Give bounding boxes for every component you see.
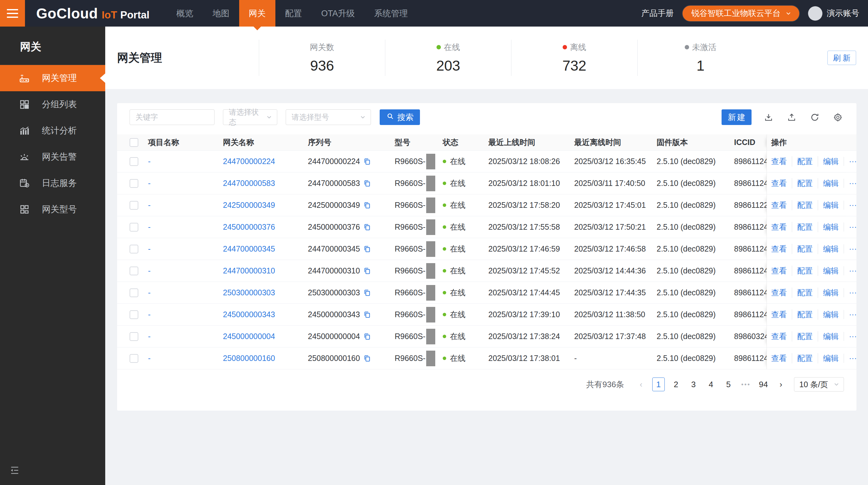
gateway-name-link[interactable]: 242500000349	[223, 201, 275, 210]
import-icon[interactable]	[762, 111, 775, 123]
gateway-name-link[interactable]: 250800000160	[223, 354, 275, 363]
view-action[interactable]: 查看	[771, 287, 787, 298]
config-action[interactable]: 配置	[792, 331, 813, 342]
view-action[interactable]: 查看	[771, 178, 787, 189]
config-action[interactable]: 配置	[792, 244, 813, 254]
row-checkbox[interactable]	[130, 332, 138, 341]
copy-icon[interactable]	[363, 245, 371, 253]
copy-icon[interactable]	[363, 201, 371, 209]
row-checkbox[interactable]	[130, 157, 138, 166]
gateway-name-link[interactable]: 244700000345	[223, 245, 275, 253]
sidebar-item-分组列表[interactable]: 分组列表	[0, 91, 105, 117]
top-nav-item-系统管理[interactable]: 系统管理	[364, 0, 417, 27]
copy-icon[interactable]	[363, 333, 371, 341]
more-actions-icon[interactable]: ···	[844, 332, 857, 341]
gear-icon[interactable]	[832, 111, 844, 123]
page-button-4[interactable]: 4	[705, 377, 717, 391]
gateway-name-link[interactable]: 245000000004	[223, 332, 275, 341]
view-action[interactable]: 查看	[771, 266, 787, 276]
top-nav-item-OTA升级[interactable]: OTA升级	[312, 0, 365, 27]
edit-action[interactable]: 编辑	[818, 222, 839, 232]
row-checkbox[interactable]	[130, 266, 138, 275]
copy-icon[interactable]	[363, 158, 371, 166]
sidebar-item-网关管理[interactable]: 网关管理	[0, 65, 105, 91]
edit-action[interactable]: 编辑	[818, 178, 839, 189]
view-action[interactable]: 查看	[771, 353, 787, 364]
top-nav-item-配置[interactable]: 配置	[275, 0, 312, 27]
view-action[interactable]: 查看	[771, 156, 787, 167]
top-nav-item-概览[interactable]: 概览	[167, 0, 203, 27]
gateway-name-link[interactable]: 245000000343	[223, 310, 275, 319]
more-actions-icon[interactable]: ···	[844, 223, 857, 232]
more-actions-icon[interactable]: ···	[844, 288, 857, 297]
more-actions-icon[interactable]: ···	[844, 266, 857, 275]
gateway-name-link[interactable]: 250300000303	[223, 288, 275, 297]
sidebar-item-网关型号[interactable]: 网关型号	[0, 196, 105, 223]
config-action[interactable]: 配置	[792, 266, 813, 276]
page-button-1[interactable]: 1	[652, 377, 665, 391]
row-checkbox[interactable]	[130, 179, 138, 188]
more-actions-icon[interactable]: ···	[844, 201, 857, 210]
select-all-checkbox[interactable]	[130, 138, 138, 147]
gateway-name-link[interactable]: 244700000224	[223, 157, 275, 166]
edit-action[interactable]: 编辑	[818, 156, 839, 167]
row-checkbox[interactable]	[130, 354, 138, 363]
view-action[interactable]: 查看	[771, 244, 787, 254]
model-select[interactable]: 请选择型号	[286, 109, 371, 125]
hamburger-menu-icon[interactable]	[0, 0, 25, 27]
view-action[interactable]: 查看	[771, 200, 787, 210]
status-select[interactable]: 请选择状态	[223, 109, 277, 125]
row-checkbox[interactable]	[130, 201, 138, 210]
config-action[interactable]: 配置	[792, 222, 813, 232]
page-button-94[interactable]: 94	[757, 377, 770, 391]
copy-icon[interactable]	[363, 354, 371, 363]
config-action[interactable]: 配置	[792, 353, 813, 364]
copy-icon[interactable]	[363, 311, 371, 319]
gateway-name-link[interactable]: 245000000376	[223, 223, 275, 232]
collapse-sidebar-icon[interactable]	[9, 465, 22, 478]
more-actions-icon[interactable]: ···	[844, 245, 857, 253]
copy-icon[interactable]	[363, 289, 371, 297]
sidebar-item-网关告警[interactable]: 网关告警	[0, 144, 105, 170]
config-action[interactable]: 配置	[792, 287, 813, 298]
row-checkbox[interactable]	[130, 310, 138, 319]
page-button-3[interactable]: 3	[687, 377, 700, 391]
keyword-input[interactable]	[130, 109, 215, 125]
row-checkbox[interactable]	[130, 245, 138, 253]
edit-action[interactable]: 编辑	[818, 287, 839, 298]
product-manual-link[interactable]: 产品手册	[641, 8, 674, 19]
edit-action[interactable]: 编辑	[818, 309, 839, 320]
page-button-5[interactable]: 5	[722, 377, 735, 391]
copy-icon[interactable]	[363, 267, 371, 275]
avatar[interactable]	[808, 6, 823, 21]
edit-action[interactable]: 编辑	[818, 266, 839, 276]
gateway-name-link[interactable]: 244700000583	[223, 179, 275, 188]
config-action[interactable]: 配置	[792, 309, 813, 320]
more-actions-icon[interactable]: ···	[844, 310, 857, 319]
sidebar-item-统计分析[interactable]: 统计分析	[0, 117, 105, 144]
more-actions-icon[interactable]: ···	[844, 157, 857, 166]
view-action[interactable]: 查看	[771, 222, 787, 232]
account-name[interactable]: 演示账号	[827, 8, 859, 19]
edit-action[interactable]: 编辑	[818, 353, 839, 364]
config-action[interactable]: 配置	[792, 156, 813, 167]
export-icon[interactable]	[785, 111, 798, 123]
edit-action[interactable]: 编辑	[818, 331, 839, 342]
tenant-selector[interactable]: 锐谷智联工业物联云平台	[682, 5, 800, 22]
edit-action[interactable]: 编辑	[818, 200, 839, 210]
search-button[interactable]: 搜索	[380, 109, 420, 125]
page-size-select[interactable]: 10 条/页	[794, 377, 844, 392]
create-button[interactable]: 新建	[721, 109, 751, 125]
page-button-2[interactable]: 2	[670, 377, 682, 391]
config-action[interactable]: 配置	[792, 200, 813, 210]
refresh-button[interactable]: 刷新	[828, 51, 856, 65]
top-nav-item-网关[interactable]: 网关	[239, 0, 275, 27]
copy-icon[interactable]	[363, 179, 371, 188]
edit-action[interactable]: 编辑	[818, 244, 839, 254]
sidebar-item-日志服务[interactable]: 日志服务	[0, 170, 105, 196]
prev-page-button[interactable]: ‹	[635, 377, 647, 391]
view-action[interactable]: 查看	[771, 309, 787, 320]
row-checkbox[interactable]	[130, 288, 138, 297]
more-actions-icon[interactable]: ···	[844, 354, 857, 363]
view-action[interactable]: 查看	[771, 331, 787, 342]
